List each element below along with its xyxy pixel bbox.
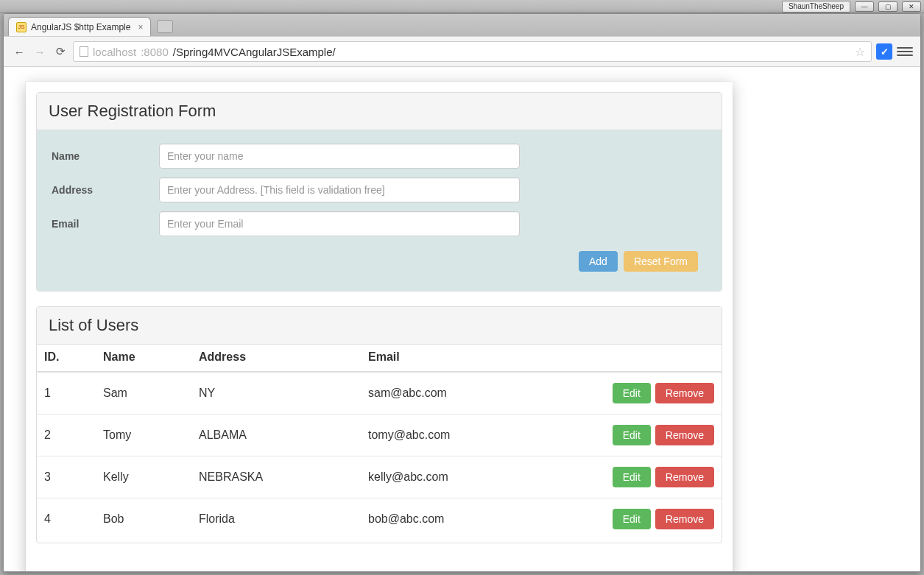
tab-strip: JS AngularJS $http Example × xyxy=(4,14,920,36)
cell-email: kelly@abc.com xyxy=(361,456,582,498)
remove-button[interactable]: Remove xyxy=(655,509,714,529)
registration-form: Name Address Email Add Reset Form xyxy=(37,130,722,291)
col-id: ID. xyxy=(37,345,96,372)
window-close-button[interactable]: ✕ xyxy=(902,1,921,12)
browser-navbar: ← → ⟳ localhost:8080/Spring4MVCAngularJS… xyxy=(4,36,920,67)
url-path: /Spring4MVCAngularJSExample/ xyxy=(173,46,336,58)
cell-id: 3 xyxy=(37,456,96,498)
page-icon xyxy=(80,46,88,57)
forward-button[interactable]: → xyxy=(32,43,48,60)
cell-actions: EditRemove xyxy=(582,415,722,456)
reload-button[interactable]: ⟳ xyxy=(52,43,68,60)
extension-icon[interactable]: ✓ xyxy=(876,43,892,60)
cell-actions: EditRemove xyxy=(582,498,722,540)
add-button[interactable]: Add xyxy=(579,251,618,272)
hamburger-menu-icon[interactable] xyxy=(897,43,913,60)
cell-email: sam@abc.com xyxy=(361,372,582,415)
registration-panel: User Registration Form Name Address Emai… xyxy=(36,92,722,292)
window-minimize-button[interactable]: — xyxy=(855,1,874,12)
cell-address: NEBRASKA xyxy=(191,456,361,498)
bookmark-star-icon[interactable]: ☆ xyxy=(855,45,865,59)
email-label: Email xyxy=(49,218,159,230)
col-actions xyxy=(582,345,722,372)
address-bar[interactable]: localhost:8080/Spring4MVCAngularJSExampl… xyxy=(73,41,872,62)
form-group-email: Email xyxy=(49,211,710,236)
form-actions: Add Reset Form xyxy=(49,251,710,272)
edit-button[interactable]: Edit xyxy=(613,509,651,529)
userlist-table: ID. Name Address Email 1SamNYsam@abc.com… xyxy=(37,345,722,540)
form-group-name: Name xyxy=(49,144,710,169)
col-address: Address xyxy=(191,345,361,372)
cell-email: tomy@abc.com xyxy=(361,415,582,456)
remove-button[interactable]: Remove xyxy=(655,425,714,445)
cell-name: Tomy xyxy=(96,415,191,456)
cell-name: Sam xyxy=(96,372,191,415)
os-titlebar: ShaunTheSheep — ▢ ✕ xyxy=(0,0,924,13)
page-container: User Registration Form Name Address Emai… xyxy=(26,82,733,571)
table-row: 1SamNYsam@abc.comEditRemove xyxy=(37,372,722,415)
url-host: localhost xyxy=(93,46,136,58)
registration-heading: User Registration Form xyxy=(37,93,722,130)
col-email: Email xyxy=(361,345,582,372)
userlist-panel: List of Users ID. Name Address Email xyxy=(36,306,722,543)
table-row: 3KellyNEBRASKAkelly@abc.comEditRemove xyxy=(37,456,722,498)
os-user-badge: ShaunTheSheep xyxy=(782,1,850,13)
cell-actions: EditRemove xyxy=(582,456,722,498)
cell-id: 1 xyxy=(37,372,96,415)
address-label: Address xyxy=(49,184,159,196)
email-input[interactable] xyxy=(159,211,520,236)
cell-address: Florida xyxy=(191,498,361,540)
cell-name: Kelly xyxy=(96,456,191,498)
cell-id: 2 xyxy=(37,415,96,456)
name-label: Name xyxy=(49,150,159,162)
userlist-header-row: ID. Name Address Email xyxy=(37,345,722,372)
edit-button[interactable]: Edit xyxy=(613,383,651,403)
table-row: 2TomyALBAMAtomy@abc.comEditRemove xyxy=(37,415,722,456)
address-input[interactable] xyxy=(159,177,520,202)
form-group-address: Address xyxy=(49,177,710,202)
browser-window: JS AngularJS $http Example × ← → ⟳ local… xyxy=(3,13,921,572)
remove-button[interactable]: Remove xyxy=(655,467,714,487)
cell-name: Bob xyxy=(96,498,191,540)
tab-title: AngularJS $http Example xyxy=(31,22,130,32)
table-row: 4BobFloridabob@abc.comEditRemove xyxy=(37,498,722,540)
userlist-heading: List of Users xyxy=(37,307,722,345)
col-name: Name xyxy=(96,345,191,372)
back-button[interactable]: ← xyxy=(11,43,27,60)
remove-button[interactable]: Remove xyxy=(655,383,714,403)
cell-actions: EditRemove xyxy=(582,372,722,415)
browser-tab[interactable]: JS AngularJS $http Example × xyxy=(8,17,151,36)
edit-button[interactable]: Edit xyxy=(613,425,651,445)
userlist-table-container: ID. Name Address Email 1SamNYsam@abc.com… xyxy=(37,345,722,543)
cell-id: 4 xyxy=(37,498,96,540)
edit-button[interactable]: Edit xyxy=(613,467,651,487)
cell-address: ALBAMA xyxy=(191,415,361,456)
tab-close-icon[interactable]: × xyxy=(138,22,143,32)
new-tab-button[interactable] xyxy=(157,20,173,33)
name-input[interactable] xyxy=(159,144,520,169)
page-viewport[interactable]: User Registration Form Name Address Emai… xyxy=(4,67,920,571)
window-maximize-button[interactable]: ▢ xyxy=(878,1,897,12)
reset-form-button[interactable]: Reset Form xyxy=(624,251,698,272)
cell-email: bob@abc.com xyxy=(361,498,582,540)
tab-favicon-icon: JS xyxy=(16,22,27,32)
url-port: :8080 xyxy=(141,46,169,58)
cell-address: NY xyxy=(191,372,361,415)
